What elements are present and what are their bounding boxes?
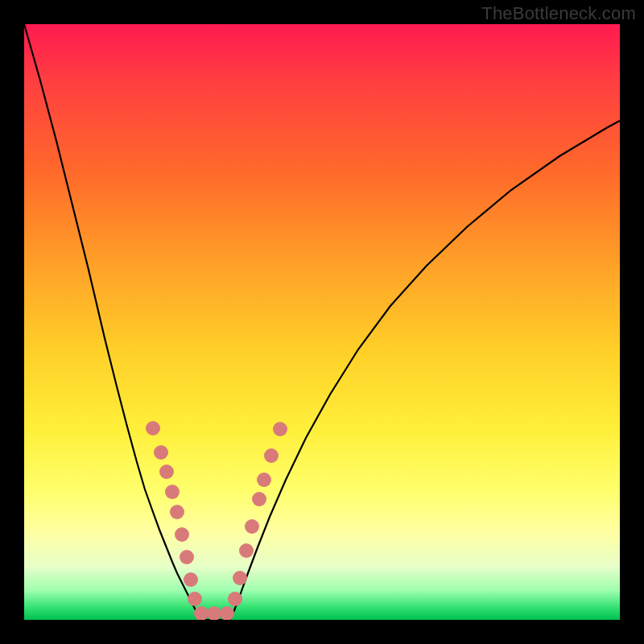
marker-dot (207, 606, 221, 620)
marker-dot (188, 592, 202, 606)
marker-dot (220, 606, 234, 620)
marker-dot (194, 606, 208, 620)
marker-dot (159, 464, 174, 479)
marker-dot (154, 445, 168, 460)
marker-dot (228, 592, 242, 606)
marker-dot (180, 550, 194, 564)
marker-dot (273, 422, 287, 436)
marker-dots (146, 421, 287, 620)
marker-dot (257, 473, 271, 487)
curve-right (230, 121, 620, 620)
marker-dot (170, 505, 184, 519)
marker-dot (165, 485, 180, 499)
watermark-text: TheBottleneck.com (481, 3, 636, 24)
marker-dot (233, 571, 247, 585)
marker-dot (146, 421, 160, 436)
marker-dot (245, 519, 259, 534)
marker-dot (264, 448, 279, 463)
marker-dot (239, 543, 254, 558)
marker-dot (252, 492, 266, 506)
outer-frame: TheBottleneck.com (0, 0, 644, 644)
marker-dot (184, 572, 198, 587)
curve-left (24, 24, 200, 620)
chart-svg (24, 24, 620, 620)
plot-area (24, 24, 620, 620)
marker-dot (175, 527, 189, 542)
curve-group (24, 24, 620, 620)
